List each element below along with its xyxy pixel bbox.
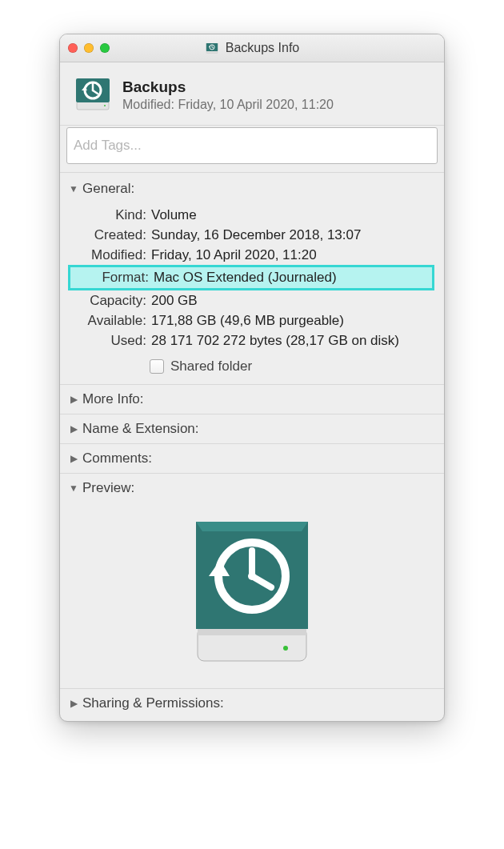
svg-point-13 — [283, 646, 288, 651]
section-preview-title: Preview: — [82, 480, 134, 496]
header-modified-label: Modified: — [122, 98, 174, 111]
svg-rect-1 — [206, 43, 218, 51]
shared-folder-row: Shared folder — [150, 358, 434, 374]
row-format: Format: Mac OS Extended (Journaled) — [70, 265, 434, 290]
label-capacity: Capacity: — [70, 290, 151, 310]
section-general-title: General: — [82, 181, 134, 197]
svg-rect-0 — [206, 50, 218, 53]
label-available: Available: — [70, 310, 151, 330]
titlebar: Backups Info — [60, 34, 444, 62]
label-used: Used: — [70, 330, 151, 350]
value-capacity: 200 GB — [151, 290, 434, 310]
section-more-info-header[interactable]: ▶ More Info: — [60, 385, 444, 414]
svg-line-4 — [212, 47, 214, 48]
section-sharing-permissions: ▶ Sharing & Permissions: — [60, 689, 444, 718]
section-comments-title: Comments: — [82, 451, 152, 467]
value-modified: Friday, 10 April 2020, 11:20 — [151, 245, 434, 265]
row-used: Used: 28 171 702 272 bytes (28,17 GB on … — [70, 330, 434, 350]
minimize-icon[interactable] — [84, 43, 94, 53]
row-capacity: Capacity: 200 GB — [70, 290, 434, 310]
label-modified: Modified: — [70, 245, 151, 265]
maximize-icon[interactable] — [100, 43, 110, 53]
time-machine-disk-icon — [205, 41, 219, 55]
value-created: Sunday, 16 December 2018, 13:07 — [151, 225, 434, 245]
svg-point-2 — [210, 45, 214, 50]
section-preview-header[interactable]: ▼ Preview: — [60, 474, 444, 503]
value-format: Mac OS Extended (Journaled) — [154, 265, 434, 290]
shared-folder-checkbox[interactable] — [150, 359, 164, 374]
volume-name: Backups — [122, 78, 334, 96]
section-general-header[interactable]: ▼ General: — [60, 174, 444, 203]
tags-input[interactable] — [66, 127, 438, 164]
disclosure-right-icon: ▶ — [68, 394, 79, 405]
header-modified-value: Friday, 10 April 2020, 11:20 — [178, 98, 334, 111]
row-created: Created: Sunday, 16 December 2018, 13:07 — [70, 225, 434, 245]
info-window: Backups Info Backups Modified: — [59, 34, 445, 722]
section-sharing-permissions-header[interactable]: ▶ Sharing & Permissions: — [60, 689, 444, 718]
disclosure-right-icon: ▶ — [68, 453, 79, 464]
svg-point-6 — [104, 105, 106, 106]
window-title: Backups Info — [226, 41, 300, 55]
row-available: Available: 171,88 GB (49,6 MB purgeable) — [70, 310, 434, 330]
row-kind: Kind: Volume — [70, 205, 434, 225]
value-used: 28 171 702 272 bytes (28,17 GB on disk) — [151, 330, 434, 350]
row-modified: Modified: Friday, 10 April 2020, 11:20 — [70, 245, 434, 265]
traffic-lights — [68, 43, 110, 53]
shared-folder-label: Shared folder — [170, 358, 252, 374]
label-kind: Kind: — [70, 205, 151, 225]
preview-volume-icon — [180, 511, 324, 674]
section-name-extension-header[interactable]: ▶ Name & Extension: — [60, 414, 444, 443]
section-name-extension: ▶ Name & Extension: — [60, 414, 444, 444]
disclosure-right-icon: ▶ — [68, 423, 79, 435]
disclosure-down-icon: ▼ — [68, 183, 79, 194]
value-kind: Volume — [151, 205, 434, 225]
close-icon[interactable] — [68, 43, 78, 53]
tags-row — [60, 126, 444, 173]
value-available: 171,88 GB (49,6 MB purgeable) — [151, 310, 434, 330]
section-more-info-title: More Info: — [82, 391, 144, 407]
section-more-info: ▶ More Info: — [60, 385, 444, 414]
section-sharing-permissions-title: Sharing & Permissions: — [82, 695, 224, 711]
volume-icon — [73, 74, 113, 117]
section-general: ▼ General: Kind: Volume Created: Sunday,… — [60, 174, 444, 385]
section-comments: ▶ Comments: — [60, 444, 444, 474]
header: Backups Modified: Friday, 10 April 2020,… — [60, 62, 444, 126]
disclosure-down-icon: ▼ — [68, 483, 79, 494]
section-preview: ▼ Preview: — [60, 474, 444, 689]
label-format: Format: — [68, 265, 154, 290]
header-modified: Modified: Friday, 10 April 2020, 11:20 — [122, 98, 334, 112]
section-comments-header[interactable]: ▶ Comments: — [60, 444, 444, 473]
disclosure-right-icon: ▶ — [68, 698, 79, 709]
section-name-extension-title: Name & Extension: — [82, 421, 199, 437]
label-created: Created: — [70, 225, 151, 245]
